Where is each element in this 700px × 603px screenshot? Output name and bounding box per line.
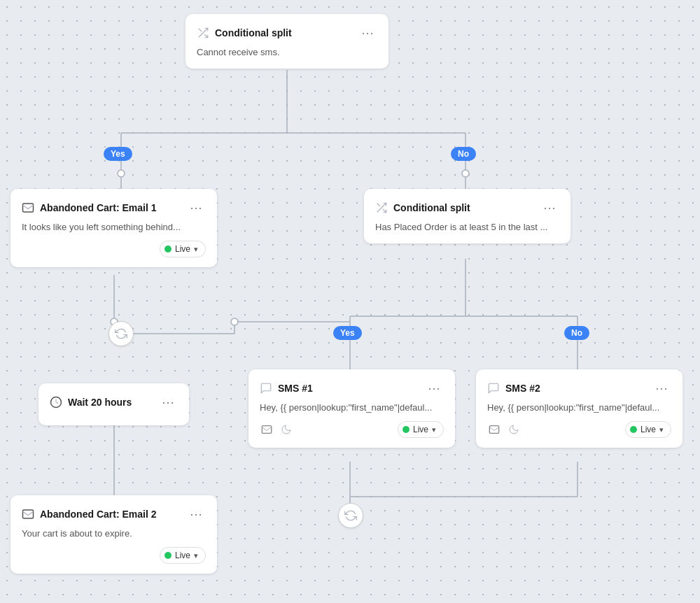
live-dot-sms2	[630, 426, 637, 433]
yes-label-2: Yes	[333, 326, 362, 340]
sync-node-2[interactable]	[338, 503, 363, 528]
abandoned-cart-1-subtitle: It looks like you left something behind.…	[22, 221, 206, 234]
moon-icon-sms1	[279, 423, 293, 437]
sms-1-live-label: Live	[413, 425, 428, 434]
sms-1-icon	[260, 382, 272, 395]
abandoned-cart-1-live-label: Live	[175, 244, 190, 254]
email-icon-1	[22, 201, 34, 214]
abandoned-cart-2-live-badge[interactable]: Live ▾	[160, 547, 206, 564]
conditional-split-2-title: Conditional split	[393, 202, 535, 213]
svg-rect-33	[23, 510, 34, 518]
sms-1-title: SMS #1	[278, 383, 419, 394]
conditional-split-1-title: Conditional split	[215, 27, 353, 38]
svg-point-23	[118, 170, 125, 177]
abandoned-cart-2-subtitle: Your cart is about to expire.	[22, 527, 206, 540]
split-icon	[197, 27, 209, 39]
conditional-split-1-menu[interactable]: ⋯	[358, 24, 377, 42]
conditional-split-node-2: Conditional split ⋯ Has Placed Order is …	[364, 189, 570, 243]
live-dot-2	[164, 552, 172, 559]
conditional-split-2-menu[interactable]: ⋯	[540, 199, 559, 217]
abandoned-cart-1-menu[interactable]: ⋯	[187, 199, 206, 217]
sms-2-subtitle: Hey, {{ person|lookup:"first_name"|defau…	[487, 402, 671, 414]
moon-icon-sms2	[507, 423, 521, 437]
svg-point-26	[231, 318, 238, 325]
email-icon-2	[22, 508, 34, 520]
conditional-split-node-1: Conditional split ⋯ Cannot receive sms.	[186, 14, 388, 69]
sms-2-title: SMS #2	[505, 383, 647, 394]
sms-1-live-badge[interactable]: Live ▾	[398, 421, 444, 438]
sms-1-subtitle: Hey, {{ person|lookup:"first_name"|defau…	[260, 402, 444, 414]
chevron-down-icon-sms1: ▾	[432, 425, 436, 434]
abandoned-cart-1-live-badge[interactable]: Live ▾	[160, 241, 206, 257]
abandoned-cart-2-live-label: Live	[175, 551, 190, 560]
sms-2-live-badge[interactable]: Live ▾	[625, 421, 671, 438]
conditional-split-1-subtitle: Cannot receive sms.	[197, 46, 377, 59]
chevron-down-icon-sms2: ▾	[659, 425, 664, 434]
abandoned-cart-email-2-node: Abandoned Cart: Email 2 ⋯ Your cart is a…	[10, 495, 217, 574]
svg-point-24	[462, 170, 469, 177]
sms-2-node: SMS #2 ⋯ Hey, {{ person|lookup:"first_na…	[476, 369, 682, 448]
wait-node: Wait 20 hours ⋯	[38, 383, 189, 425]
live-dot-sms1	[402, 426, 410, 433]
wait-title: Wait 20 hours	[68, 397, 153, 408]
envelope-icon-sms2	[487, 423, 501, 437]
svg-rect-29	[23, 204, 34, 212]
sms-2-icon	[487, 382, 500, 395]
sms-1-menu[interactable]: ⋯	[425, 379, 444, 397]
abandoned-cart-2-menu[interactable]: ⋯	[187, 505, 206, 523]
sms-2-menu[interactable]: ⋯	[652, 379, 671, 397]
abandoned-cart-email-1-node: Abandoned Cart: Email 1 ⋯ It looks like …	[10, 189, 217, 267]
svg-rect-32	[489, 426, 498, 434]
wait-menu[interactable]: ⋯	[159, 393, 178, 411]
sync-node-1[interactable]	[108, 321, 134, 346]
wait-icon	[50, 396, 62, 409]
sms-2-live-label: Live	[640, 425, 656, 434]
chevron-down-icon-1: ▾	[194, 245, 198, 254]
yes-label-1: Yes	[104, 147, 132, 161]
conditional-split-2-subtitle: Has Placed Order is at least 5 in the la…	[375, 221, 559, 234]
abandoned-cart-2-title: Abandoned Cart: Email 2	[40, 509, 181, 520]
abandoned-cart-1-title: Abandoned Cart: Email 1	[40, 202, 181, 213]
split-icon-2	[375, 201, 388, 214]
chevron-down-icon-2: ▾	[194, 551, 198, 560]
live-dot-1	[164, 246, 172, 253]
no-label-2: No	[564, 326, 589, 340]
envelope-icon-sms1	[260, 423, 274, 437]
no-label-1: No	[451, 147, 476, 161]
svg-rect-31	[262, 426, 271, 434]
sms-1-node: SMS #1 ⋯ Hey, {{ person|lookup:"first_na…	[248, 369, 455, 448]
